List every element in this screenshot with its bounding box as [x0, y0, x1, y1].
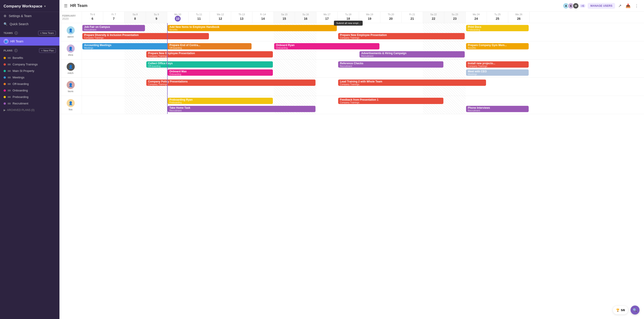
sidebar-item-plan-onboarding[interactable]: Onboarding	[0, 87, 60, 94]
sidebar: Company Workspace ▾ ⚙ Settings & Team 🔍 …	[0, 0, 60, 319]
day-name: Th 20	[388, 13, 394, 16]
sidebar-item-hr-team[interactable]: 👥 HR Team	[0, 37, 60, 46]
task-bar[interactable]: Prepare Diversity & Inclusion Presentati…	[82, 33, 209, 39]
day-number: 19	[367, 16, 372, 22]
task-bar[interactable]: Prepare Company Gym Mem...Benefits	[466, 43, 529, 50]
weekend-overlay	[295, 60, 316, 78]
global-search-button[interactable]: 🔍	[630, 305, 640, 314]
gear-icon: ⚙	[4, 14, 6, 18]
task-bar[interactable]: Preboarding RyanPreboarding	[168, 98, 273, 104]
task-title: Company Policy Presentations	[148, 80, 314, 83]
date-col-15: Sa 1515	[274, 12, 295, 23]
task-bar[interactable]: Feedback from Presentation 1Company Trai…	[338, 98, 444, 104]
plan-lines-icon	[8, 90, 11, 91]
sidebar-item-plan-preboarding[interactable]: Preboarding	[0, 94, 60, 100]
task-title: Print Docs	[468, 25, 527, 29]
plans-info-icon[interactable]: i	[14, 49, 18, 52]
day-name: We 12	[217, 13, 224, 16]
sidebar-item-plan-company-trainings[interactable]: Company Trainings	[0, 61, 60, 68]
sidebar-item-plan-benefits[interactable]: Benefits	[0, 55, 60, 61]
task-bar[interactable]: Prepare End of Contra...Off-boarding	[168, 43, 252, 50]
person-name: eliza	[68, 54, 73, 56]
task-bar[interactable]: Job Fair on CampusRecruitment	[82, 25, 145, 31]
day-number: 25	[494, 16, 500, 22]
workspace-switcher[interactable]: Company Workspace ▾	[0, 0, 60, 12]
sidebar-item-plan-off-boarding[interactable]: Off-boarding	[0, 81, 60, 87]
main-content: ☰ HR Team A E M +5 MANAGE USERS ↗ 📥 ⋮ FE…	[60, 0, 644, 319]
more-icon[interactable]: ⋮	[634, 3, 640, 9]
task-title: Prepare End of Contra...	[170, 44, 250, 47]
year-label: 2020	[62, 17, 79, 21]
task-bar[interactable]: Add New Items to Employee HandbookBenefi…	[168, 25, 337, 31]
day-name: Sa 22	[430, 13, 437, 16]
weekend-overlay	[124, 60, 146, 78]
task-plan: Recruitment	[170, 109, 314, 112]
hamburger-icon[interactable]: ☰	[64, 3, 68, 8]
day-name: Tu 25	[494, 13, 500, 16]
task-bar[interactable]: Phone InterviewsRecruitment	[466, 106, 529, 112]
task-bar[interactable]: Reference ChecksRecruitment	[338, 61, 444, 68]
day-name: Mo 10	[174, 13, 181, 16]
date-col-14: Fr 1414	[252, 12, 274, 23]
date-col-22: Sa 2222	[423, 12, 444, 23]
share-icon[interactable]: ↗	[617, 3, 622, 9]
sidebar-item-search[interactable]: 🔍 Quick Search	[0, 20, 60, 28]
task-title: Install new projecto...	[468, 62, 527, 65]
day-number: 20	[388, 16, 394, 22]
plan-dot	[4, 57, 6, 59]
plan-list: Benefits Company Trainings Main St Prope…	[0, 55, 60, 107]
task-bar[interactable]: Take Home TaskRecruitment	[168, 106, 316, 112]
calendar-wrapper[interactable]: FEBRUARY 2020 Th 66Fr 77Sa 88Su 99Mo 101…	[60, 12, 644, 319]
date-columns: Th 66Fr 77Sa 88Su 99Mo 1010Tu 1111We 121…	[82, 12, 644, 23]
task-title: Collect Office Keys	[148, 62, 271, 65]
date-col-21: Fr 2121	[402, 12, 423, 23]
task-bar[interactable]: Print DocsPreboarding	[466, 25, 529, 31]
day-name: Fr 21	[409, 13, 415, 16]
task-title: Prepare Diversity & Inclusion Presentati…	[84, 34, 207, 37]
date-col-11: Tu 1111	[188, 12, 210, 23]
task-bar[interactable]: Prepare New Employee PresentationCompany…	[338, 33, 465, 39]
day-number: 13	[239, 16, 244, 22]
task-plan: Company Trainings	[340, 83, 484, 86]
task-plan: Recruitment	[84, 29, 143, 31]
teams-info-icon[interactable]: i	[14, 32, 18, 35]
sidebar-item-plan-main-st[interactable]: Main St Property	[0, 68, 60, 74]
inbox-icon[interactable]: 📥	[625, 3, 632, 9]
today-line	[167, 41, 168, 59]
archived-plans[interactable]: ▶ ARCHIVED PLANS (0)	[0, 107, 60, 113]
today-line	[167, 78, 168, 96]
manage-users-button[interactable]: MANAGE USERS	[588, 3, 615, 9]
weekend-overlay	[274, 60, 295, 78]
sidebar-item-settings[interactable]: ⚙ Settings & Team	[0, 12, 60, 20]
day-name: Sa 15	[281, 13, 288, 16]
plan-lines-icon	[8, 83, 11, 85]
task-plan: Company Trainings	[340, 37, 463, 39]
task-bar[interactable]: Lead Training 2 with Whole TeamCompany T…	[338, 80, 486, 86]
avatar-group: A E M +5	[563, 3, 586, 9]
task-bar[interactable]: Meet with CEOMeetings	[466, 69, 529, 76]
new-team-button[interactable]: + New Team	[38, 31, 56, 35]
task-bar[interactable]: Advertisements & Hiring CampaignRecruitm…	[360, 51, 465, 58]
bottom-badges: 🏆 5/6 🔍	[612, 305, 640, 314]
trophy-badge[interactable]: 🏆 5/6	[612, 305, 628, 314]
task-bar[interactable]: Collect Office KeysOff-boarding	[146, 61, 273, 68]
day-number: 22	[430, 16, 436, 22]
chevron-down-icon: ▾	[44, 5, 46, 8]
submit-tooltip: Submit all new empl...	[334, 21, 362, 26]
sidebar-item-plan-meetings[interactable]: Meetings	[0, 74, 60, 81]
task-bar[interactable]: Prepare New Employee PresentationCompany…	[146, 51, 273, 58]
task-bar[interactable]: Install new projecto...Company Trainings	[466, 61, 529, 68]
day-name: Su 16	[302, 13, 309, 16]
avatar: 👤	[67, 63, 75, 71]
plan-label: Benefits	[12, 56, 23, 60]
task-plan: Company Trainings	[148, 83, 314, 86]
plan-lines-icon	[8, 57, 11, 59]
task-bar[interactable]: Company Policy PresentationsCompany Trai…	[146, 80, 316, 86]
task-bar[interactable]: Onboard RyanOnboarding	[274, 43, 380, 50]
task-bar[interactable]: Onboard MaxOnboarding	[168, 69, 273, 76]
plan-lines-icon	[8, 70, 11, 72]
sidebar-item-plan-recruitment[interactable]: Recruitment	[0, 100, 60, 107]
person-timeline: Company Policy PresentationsCompany Trai…	[82, 78, 644, 96]
new-plan-button[interactable]: + New Plan	[39, 48, 56, 53]
person-row-mitch: 👤mitchCollect Office KeysOff-boardingRef…	[60, 60, 644, 78]
